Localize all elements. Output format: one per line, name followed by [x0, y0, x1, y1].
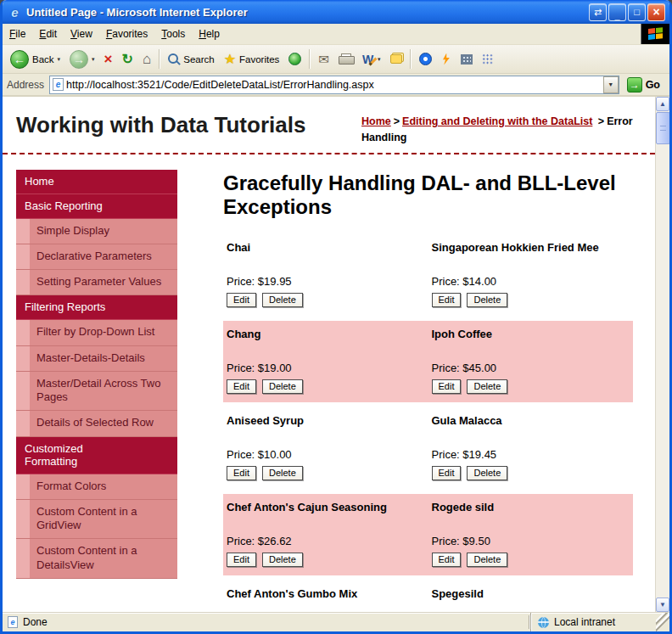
window-arrows-button[interactable]: ⇄	[589, 3, 607, 21]
messenger-icon	[419, 53, 432, 65]
sidebar-item-master-detail-two-pages[interactable]: Master/Detail Across Two Pages	[16, 372, 177, 412]
delete-button[interactable]: Delete	[262, 293, 303, 307]
sidebar-item-filter-dropdown-list[interactable]: Filter by Drop-Down List	[16, 320, 177, 345]
edit-button[interactable]: Edit	[227, 466, 256, 480]
close-button[interactable]: ×	[647, 3, 665, 21]
sidebar-label: Basic Reporting	[25, 199, 103, 212]
print-button[interactable]	[334, 47, 357, 71]
sidebar-item-master-details-details[interactable]: Master-Details-Details	[16, 346, 177, 372]
delete-button[interactable]: Delete	[467, 466, 507, 480]
address-input[interactable]	[64, 79, 603, 91]
menu-favorites[interactable]: Favorites	[99, 24, 154, 44]
address-dropdown-button[interactable]: ▼	[603, 76, 619, 93]
refresh-button[interactable]: ↻	[118, 47, 137, 71]
edit-button[interactable]: Edit	[432, 466, 462, 480]
edit-in-word-button[interactable]: W ▾	[358, 47, 385, 71]
edit-button[interactable]: Edit	[432, 293, 462, 307]
product-item: Chai Price: $19.95 EditDelete	[223, 234, 428, 316]
sidebar-item-details-selected-row[interactable]: Details of Selected Row	[16, 411, 177, 436]
sidebar-label: Master-Details-Details	[30, 346, 177, 371]
sidebar-label: Format Colors	[30, 474, 177, 499]
security-zone-label: Local intranet	[554, 616, 615, 628]
favorites-button[interactable]: ★ Favorites	[220, 47, 284, 71]
nav-gutter	[16, 244, 30, 269]
breadcrumb-section-link[interactable]: Editing and Deleting with the DataList	[402, 115, 592, 127]
breadcrumb-home-link[interactable]: Home	[361, 115, 391, 127]
ie-logo-icon: e	[8, 5, 22, 20]
resize-grip[interactable]	[656, 613, 669, 631]
discuss-button[interactable]	[386, 47, 406, 71]
tiles-button[interactable]	[478, 47, 497, 71]
product-price: Price: $19.00	[227, 362, 423, 374]
menu-edit[interactable]: Edit	[32, 24, 64, 44]
forward-button[interactable]: → ▾	[65, 47, 99, 71]
delete-button[interactable]: Delete	[262, 379, 303, 394]
datalist-row: Aniseed Syrup Price: $10.00 EditDelete G…	[223, 407, 633, 489]
address-bar: Address e ▼ → Go	[3, 74, 669, 97]
mail-button[interactable]: ✉	[314, 47, 333, 71]
nav-gutter	[16, 539, 30, 578]
sidebar-item-basic-reporting[interactable]: Basic Reporting	[16, 194, 177, 219]
sidebar-item-custom-content-gridview[interactable]: Custom Content in a GridView	[16, 500, 177, 540]
scroll-thumb[interactable]	[656, 112, 670, 144]
back-arrow-icon: ←	[10, 50, 29, 69]
forward-dropdown-icon[interactable]: ▾	[92, 56, 95, 63]
delete-button[interactable]: Delete	[262, 553, 303, 567]
menu-help[interactable]: Help	[192, 24, 227, 44]
vertical-scrollbar[interactable]: ▲ ▼	[655, 97, 669, 612]
product-item: Chang Price: $19.00 EditDelete	[223, 321, 428, 402]
edit-dropdown-icon[interactable]: ▾	[378, 56, 381, 63]
delete-button[interactable]: Delete	[467, 379, 507, 394]
search-button[interactable]: Search	[164, 47, 218, 71]
nav-gutter	[16, 372, 30, 411]
sidebar-item-format-colors[interactable]: Format Colors	[16, 474, 177, 500]
home-button[interactable]: ⌂	[138, 47, 155, 71]
back-button[interactable]: ← Back ▾	[6, 47, 64, 71]
sidebar-label: Simple Display	[30, 219, 177, 244]
menu-view[interactable]: View	[64, 24, 99, 44]
quick-launch-button[interactable]	[437, 47, 456, 71]
delete-button[interactable]: Delete	[467, 293, 507, 307]
go-button[interactable]: → Go	[624, 76, 665, 93]
sidebar-label: Setting Parameter Values	[30, 270, 177, 295]
media-button[interactable]	[284, 47, 305, 71]
maximize-button[interactable]: □	[628, 3, 646, 21]
research-button[interactable]	[456, 47, 477, 71]
scroll-track[interactable]	[656, 111, 669, 598]
edit-button[interactable]: Edit	[432, 379, 462, 394]
sidebar-item-custom-content-detailsview[interactable]: Custom Content in a DetailsView	[16, 539, 177, 579]
delete-button[interactable]: Delete	[262, 466, 303, 480]
sidebar-item-customized-formatting[interactable]: Customized Formatting	[16, 437, 177, 474]
product-price: Price: $9.50	[432, 535, 629, 547]
stop-button[interactable]: ×	[100, 47, 117, 71]
favorites-star-icon: ★	[224, 51, 236, 67]
scroll-down-button[interactable]: ▼	[656, 598, 669, 612]
edit-button[interactable]: Edit	[227, 293, 256, 307]
edit-button[interactable]: Edit	[432, 553, 462, 567]
product-price: Price: $19.45	[432, 448, 629, 461]
minimize-button[interactable]: _	[608, 3, 626, 21]
messenger-button[interactable]	[415, 47, 436, 71]
toolbar: ← Back ▾ → ▾ × ↻ ⌂ Search ★ Favorites	[3, 45, 669, 74]
nav-gutter	[16, 320, 30, 345]
delete-button[interactable]: Delete	[467, 553, 507, 567]
menu-file[interactable]: File	[3, 24, 32, 44]
sidebar-label: Details of Selected Row	[30, 411, 177, 435]
sidebar-item-simple-display[interactable]: Simple Display	[16, 219, 177, 244]
go-arrow-icon: →	[627, 77, 642, 93]
sidebar-item-home[interactable]: Home	[16, 170, 177, 194]
edit-button[interactable]: Edit	[227, 379, 256, 394]
sidebar-item-declarative-parameters[interactable]: Declarative Parameters	[16, 244, 177, 270]
edit-button[interactable]: Edit	[227, 553, 256, 567]
menu-tools[interactable]: Tools	[154, 24, 192, 44]
sidebar-item-setting-parameter-values[interactable]: Setting Parameter Values	[16, 270, 177, 295]
sidebar-label: Filter by Drop-Down List	[30, 320, 177, 345]
back-dropdown-icon[interactable]: ▾	[58, 56, 61, 63]
scroll-up-button[interactable]: ▲	[656, 97, 669, 111]
sidebar-item-filtering-reports[interactable]: Filtering Reports	[16, 295, 177, 320]
status-page-icon: e	[8, 616, 18, 628]
maximize-icon: □	[634, 7, 640, 17]
datalist-row: Chai Price: $19.95 EditDelete Singaporea…	[223, 234, 633, 316]
menu-bar: File Edit View Favorites Tools Help	[3, 24, 669, 45]
nav-gutter	[16, 346, 30, 371]
